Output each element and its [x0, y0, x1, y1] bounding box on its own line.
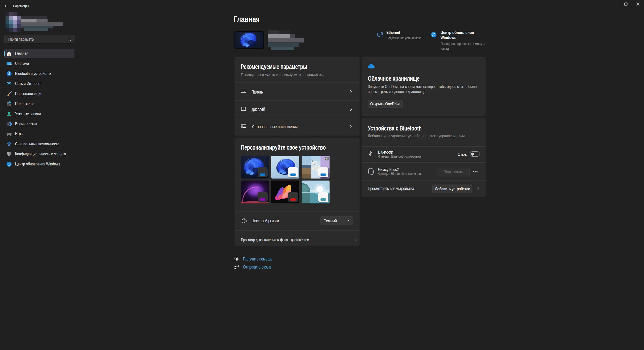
svg-text:?: ?	[237, 258, 238, 260]
